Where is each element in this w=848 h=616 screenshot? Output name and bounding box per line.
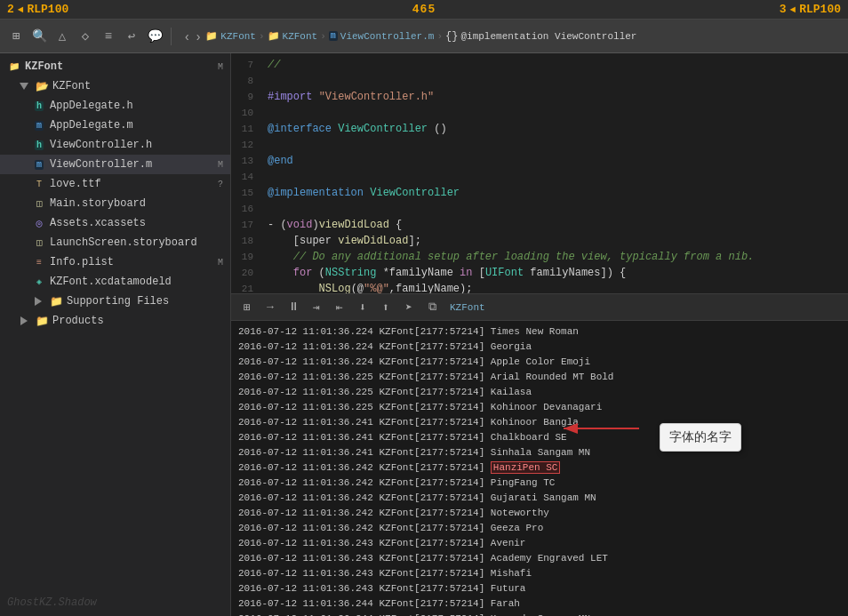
breadcrumb-sep1: › [259,31,265,42]
list-icon[interactable]: ≡ [100,28,117,45]
console-step-icon[interactable]: ⇥ [308,299,325,316]
folder-supporting-icon: 📁 [50,295,63,308]
back-icon[interactable]: ↩ [123,28,140,45]
sidebar-item-assets[interactable]: ◎ Assets.xcassets [0,213,230,233]
console-step2-icon[interactable]: ⇤ [331,299,348,316]
sidebar-item-main-storyboard[interactable]: ◫ Main.storyboard [0,194,230,213]
h-icon: h [32,99,46,113]
console-arrow-icon[interactable]: → [261,299,279,316]
viewcontroller-m-badge: M [218,160,223,170]
line-number: 20 [231,265,262,281]
appdelegate-m-label: AppDelegate.m [50,119,223,132]
code-line: 11@interface ViewController () [231,121,848,137]
console-grid-icon[interactable]: ⊞ [238,299,256,316]
nav-back-button[interactable]: ‹ [182,29,192,44]
console-line: 2016-07-12 11:01:36.243 KZFont[2177:5721… [238,566,841,581]
code-line: 9#import "ViewController.h" [231,89,848,105]
console-line: 2016-07-12 11:01:36.241 KZFont[2177:5721… [238,430,841,445]
grid-icon[interactable]: ⊞ [7,28,25,45]
warning-icon[interactable]: △ [53,28,71,45]
viewcontroller-m-label: ViewController.m [50,158,214,171]
line-number: 19 [231,249,262,265]
console-line: 2016-07-12 11:01:36.225 KZFont[2177:5721… [238,400,841,415]
search-toolbar-icon[interactable]: 🔍 [30,28,48,45]
sidebar-item-supporting-files[interactable]: 📁 Supporting Files [0,292,230,311]
console-line: 2016-07-12 11:01:36.241 KZFont[2177:5721… [238,445,841,460]
code-line: 21 NSLog(@"%@",familyName); [231,281,848,293]
console-pause-icon[interactable]: ⏸ [284,299,302,316]
right-num: 3 [780,3,787,16]
nav-forward-button[interactable]: › [194,29,204,44]
sidebar-item-products[interactable]: 📁 Products [0,311,230,331]
sidebar-item-kzfont[interactable]: 📂 KZFont [0,76,230,96]
m-icon1: m [32,118,46,132]
breadcrumb-m-icon: m [329,31,338,41]
console-split-icon[interactable]: ⧉ [423,299,441,316]
xcassets-icon: ◎ [32,216,46,230]
line-code: - (void)viewDidLoad { [262,217,402,233]
highlighted-font: HanziPen SC [491,461,561,474]
line-number: 11 [231,121,262,137]
line-number: 7 [231,57,262,73]
line-number: 9 [231,89,262,105]
console-label: KZFont [450,302,485,313]
triangle-right-icon2 [18,314,32,328]
code-line: 20 for (NSString *familyName in [UIFont … [231,265,848,281]
code-line: 13@end [231,153,848,169]
chat-icon[interactable]: 💬 [146,28,164,45]
top-bar-right: 3 ◄ RLP100 [780,3,841,16]
code-content[interactable]: 7//89#import "ViewController.h"1011@inte… [231,53,848,293]
breadcrumb-curly-icon: {} [445,30,458,43]
app-window: 2 ◄ RLP100 465 3 ◄ RLP100 ⊞ 🔍 △ ◇ ≡ ↩ 💬 … [0,0,848,616]
top-bar: 2 ◄ RLP100 465 3 ◄ RLP100 [0,0,848,20]
sidebar-item-appdelegate-m[interactable]: m AppDelegate.m [0,116,230,135]
sidebar-item-viewcontroller-h[interactable]: h ViewController.h [0,135,230,155]
center-num: 465 [412,3,436,16]
line-code: // [262,57,280,73]
right-rlp-label: RLP100 [799,3,841,16]
console-down-icon[interactable]: ⬇ [354,299,372,316]
ttf-icon: T [32,177,46,191]
breadcrumb-kzfont2[interactable]: KZFont [283,31,318,42]
sidebar-item-xcdatamodel[interactable]: ◈ KZFont.xcdatamodeld [0,272,230,292]
folder-products-icon: 📁 [36,315,49,328]
breadcrumb: ‹ › 📁 KZFont › 📁 KZFont › m ViewControll… [182,29,841,44]
console-send-icon[interactable]: ➤ [400,299,418,316]
sidebar-item-project[interactable]: 📁 KZFont M [0,57,230,76]
console-line: 2016-07-12 11:01:36.242 KZFont[2177:5721… [238,521,841,536]
project-label: KZFont [25,60,214,73]
code-line: 8 [231,73,848,89]
console-line: 2016-07-12 11:01:36.224 KZFont[2177:5721… [238,340,841,355]
line-code: for (NSString *familyName in [UIFont fam… [262,265,626,281]
breadcrumb-sep2: › [320,31,326,42]
breadcrumb-implementation: @implementation ViewController [460,31,636,42]
editor-area: 7//89#import "ViewController.h"1011@inte… [231,53,848,293]
console-content[interactable]: 2016-07-12 11:01:36.224 KZFont[2177:5721… [231,321,848,616]
console-line: 2016-07-12 11:01:36.242 KZFont[2177:5721… [238,506,841,521]
sidebar-item-appdelegate-h[interactable]: h AppDelegate.h [0,96,230,116]
breadcrumb-viewcontroller-m[interactable]: ViewController.m [340,31,435,42]
storyboard-icon: ◫ [32,196,46,211]
line-code: @implementation ViewController [262,185,460,201]
sidebar-item-info-plist[interactable]: ≡ Info.plist M [0,252,230,272]
right-arrow-icon: ◄ [790,4,796,15]
m-icon2: m [32,157,46,172]
line-code: #import "ViewController.h" [262,89,434,105]
sidebar-item-viewcontroller-m[interactable]: m ViewController.m M [0,155,230,174]
console-line: 2016-07-12 11:01:36.241 KZFont[2177:5721… [238,415,841,430]
sidebar-item-launch-storyboard[interactable]: ◫ LaunchScreen.storyboard [0,233,230,252]
love-ttf-badge: ? [218,180,223,189]
line-number: 17 [231,217,262,233]
breadcrumb-kzfont1[interactable]: KZFont [220,31,256,42]
main-layout: 📁 KZFont M 📂 KZFont h AppDelegate.h [0,53,848,616]
console-up-icon[interactable]: ⬆ [377,299,395,316]
line-code: [super viewDidLoad]; [262,233,421,249]
left-arrow-icon: ◄ [18,4,24,15]
console-line: 2016-07-12 11:01:36.224 KZFont[2177:5721… [238,324,841,340]
line-number: 16 [231,201,262,217]
line-number: 18 [231,233,262,249]
sidebar-item-love-ttf[interactable]: T love.ttf ? [0,174,230,194]
appdelegate-h-label: AppDelegate.h [50,100,223,112]
diamond-icon[interactable]: ◇ [76,28,94,45]
plist-icon: ≡ [32,255,46,269]
